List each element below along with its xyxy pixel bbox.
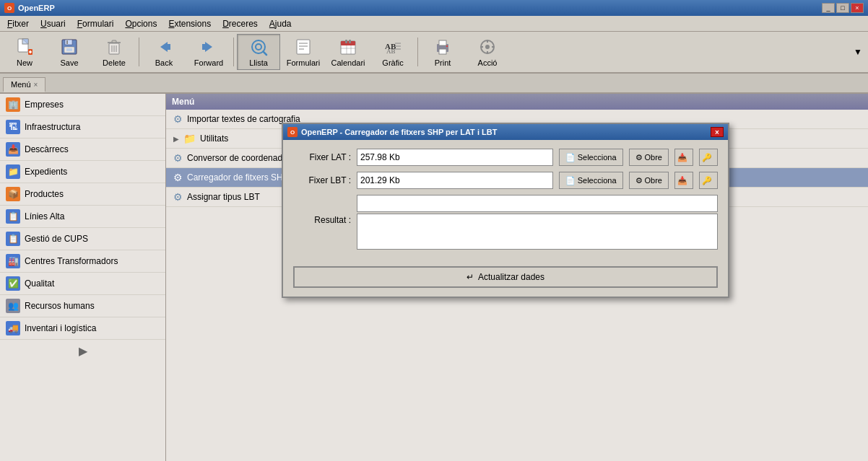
sidebar-item-inventari-logistica-label: Inventari i logística bbox=[25, 323, 96, 333]
toolbar-save-button[interactable]: Save bbox=[48, 34, 91, 70]
toolbar-llista-button[interactable]: Llista bbox=[237, 34, 280, 70]
dialog-close-button[interactable]: × bbox=[711, 127, 724, 137]
sidebar-item-inventari-logistica[interactable]: 🚚 Inventari i logística bbox=[0, 317, 165, 340]
fixer-lat-row: Fixer LAT : 📄 Selecciona ⚙ Obre 📥 bbox=[293, 149, 718, 166]
menu-usuari[interactable]: Usuari bbox=[36, 17, 70, 30]
toolbar-calendari-button[interactable]: Calendari bbox=[326, 34, 370, 70]
toolbar-new-button[interactable]: New bbox=[3, 34, 46, 70]
fixer-lbt-row: Fixer LBT : 📄 Selecciona ⚙ Obre 📥 bbox=[293, 172, 718, 189]
assignar-link-icon: ⚙ bbox=[173, 191, 183, 203]
toolbar-print-button[interactable]: Print bbox=[421, 34, 464, 70]
fixer-lbt-input[interactable] bbox=[357, 172, 553, 189]
delete-icon bbox=[104, 37, 124, 57]
app-title: OpenERP bbox=[18, 4, 55, 12]
sidebar-item-gestio-cups[interactable]: 📋 Gestió de CUPS bbox=[0, 228, 165, 250]
gestio-cups-icon: 📋 bbox=[6, 232, 20, 246]
sidebar-item-productes[interactable]: 📦 Productes bbox=[0, 183, 165, 206]
toolbar-forward-label: Forward bbox=[194, 58, 223, 67]
svg-rect-20 bbox=[202, 44, 207, 50]
dialog-content: Fixer LAT : 📄 Selecciona ⚙ Obre 📥 bbox=[283, 140, 728, 260]
svg-rect-33 bbox=[345, 40, 347, 43]
right-panel-title: Menú bbox=[172, 97, 194, 107]
obre-lbt-button[interactable]: ⚙ Obre bbox=[629, 172, 669, 189]
sidebar-item-qualitat[interactable]: ✅ Qualitat bbox=[0, 273, 165, 295]
sidebar-item-empreses[interactable]: 🏢 Empreses bbox=[0, 94, 165, 116]
result-input-wrapper bbox=[357, 195, 718, 214]
toolbar-accio-button[interactable]: Acció bbox=[466, 34, 509, 70]
resultat-label: Resultat : bbox=[293, 214, 351, 225]
grafic-icon: AB AB bbox=[383, 37, 403, 57]
fixer-lat-input[interactable] bbox=[357, 149, 553, 166]
download-lat-button[interactable]: 📥 bbox=[674, 149, 693, 166]
maximize-button[interactable]: □ bbox=[836, 3, 849, 13]
svg-point-45 bbox=[485, 45, 490, 49]
result-cursor-input[interactable] bbox=[357, 195, 718, 212]
obre-lat-label: Obre bbox=[645, 153, 662, 162]
svg-rect-18 bbox=[166, 44, 170, 50]
download-lbt-button[interactable]: 📥 bbox=[674, 172, 693, 189]
obre-lat-button[interactable]: ⚙ Obre bbox=[629, 149, 669, 166]
svg-line-23 bbox=[263, 51, 266, 55]
calendari-icon bbox=[338, 37, 358, 57]
llista-icon bbox=[248, 37, 269, 57]
result-textarea[interactable] bbox=[357, 214, 718, 250]
linies-alta-icon: 📋 bbox=[6, 209, 20, 224]
actualitzar-dades-button[interactable]: ↵ Actualitzar dades bbox=[293, 266, 718, 288]
main-area: 🏢 Empreses 🏗 Infraestructura 📥 Descàrrec… bbox=[0, 94, 868, 461]
sidebar-expand-arrow[interactable]: ▶ bbox=[79, 344, 87, 358]
actualitzar-label: Actualitzar dades bbox=[478, 272, 544, 282]
utilitats-expand-arrow: ▶ bbox=[173, 135, 179, 143]
svg-point-22 bbox=[256, 44, 261, 50]
menu-dreceres[interactable]: Dreceres bbox=[218, 17, 262, 30]
menu-list-item-utilitats-label: Utilitats bbox=[200, 133, 228, 144]
toolbar-more-arrow[interactable]: ▼ bbox=[851, 45, 865, 58]
dialog-app-icon: O bbox=[287, 127, 298, 137]
menu-formulari[interactable]: Formulari bbox=[73, 17, 118, 30]
sidebar-item-infraestructura[interactable]: 🏗 Infraestructura bbox=[0, 116, 165, 139]
sidebar-item-recursos-humans[interactable]: 👥 Recursos humans bbox=[0, 295, 165, 317]
toolbar-separator-2 bbox=[233, 38, 234, 66]
descarrecs-icon: 📥 bbox=[6, 142, 20, 157]
result-textarea-wrapper bbox=[357, 214, 718, 252]
key-lat-button[interactable]: 🔑 bbox=[699, 149, 718, 166]
toolbar-separator-1 bbox=[139, 38, 139, 66]
sidebar-item-qualitat-label: Qualitat bbox=[25, 278, 54, 289]
toolbar-grafic-button[interactable]: AB AB Gràfic bbox=[371, 34, 415, 70]
sidebar-item-productes-label: Productes bbox=[25, 189, 64, 199]
sidebar-item-centres-transformadors[interactable]: 🏭 Centres Transformadors bbox=[0, 250, 165, 273]
toolbar-back-button[interactable]: Back bbox=[142, 34, 186, 70]
sidebar-item-linies-alta[interactable]: 📋 Línies Alta bbox=[0, 206, 165, 228]
menu-extensions[interactable]: Extensions bbox=[164, 17, 215, 30]
menu-ajuda[interactable]: Ajuda bbox=[265, 17, 296, 30]
svg-rect-34 bbox=[349, 40, 351, 43]
toolbar-formulari-button[interactable]: Formulari bbox=[282, 34, 325, 70]
download-lbt-icon: 📥 bbox=[677, 176, 687, 185]
back-icon bbox=[154, 37, 174, 57]
tab-close-button[interactable]: × bbox=[34, 81, 38, 89]
menu-fitxer[interactable]: Fitxer bbox=[3, 17, 33, 30]
importar-link-icon: ⚙ bbox=[173, 113, 183, 125]
toolbar-delete-button[interactable]: Delete bbox=[92, 34, 136, 70]
sidebar-bottom: ▶ bbox=[0, 340, 165, 362]
empreses-icon: 🏢 bbox=[6, 97, 20, 112]
right-panel: Menú ⚙ Importar textes de cartografia ▶ … bbox=[166, 94, 868, 461]
key-lbt-button[interactable]: 🔑 bbox=[699, 172, 718, 189]
tab-menu[interactable]: Menú × bbox=[3, 77, 45, 92]
sidebar-item-infraestructura-label: Infraestructura bbox=[25, 122, 80, 132]
minimize-button[interactable]: _ bbox=[822, 3, 835, 13]
key-lat-icon: 🔑 bbox=[702, 153, 712, 162]
toolbar-new-label: New bbox=[17, 58, 32, 67]
sidebar-item-descarrecs[interactable]: 📥 Descàrrecs bbox=[0, 139, 165, 161]
menu-bar: Fitxer Usuari Formulari Opcions Extensio… bbox=[0, 16, 868, 32]
close-button[interactable]: × bbox=[851, 3, 864, 13]
selecciona-lat-button[interactable]: 📄 Selecciona bbox=[559, 149, 623, 166]
svg-rect-13 bbox=[112, 40, 116, 43]
sidebar-item-linies-alta-label: Línies Alta bbox=[25, 211, 64, 221]
sidebar-item-expedients[interactable]: 📁 Expedients bbox=[0, 161, 165, 183]
recursos-humans-icon: 👥 bbox=[6, 299, 20, 313]
carregador-link-icon: ⚙ bbox=[173, 172, 183, 183]
toolbar-forward-button[interactable]: Forward bbox=[187, 34, 230, 70]
selecciona-lbt-button[interactable]: 📄 Selecciona bbox=[559, 172, 623, 189]
menu-opcions[interactable]: Opcions bbox=[121, 17, 161, 30]
selecciona-lbt-label: Selecciona bbox=[578, 176, 617, 185]
